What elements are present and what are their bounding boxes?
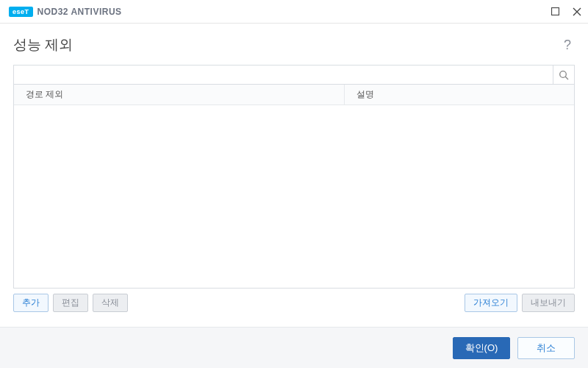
import-button[interactable]: 가져오기: [465, 294, 517, 312]
add-button[interactable]: 추가: [13, 294, 49, 312]
svg-point-1: [560, 71, 567, 77]
exclusions-table: 경로 제외 설명: [13, 85, 575, 289]
column-path-exclusion[interactable]: 경로 제외: [14, 85, 345, 105]
table-body[interactable]: [14, 105, 574, 288]
help-button[interactable]: ?: [560, 38, 575, 53]
titlebar: eseT NOD32 ANTIVIRUS: [0, 0, 588, 24]
search-input[interactable]: [13, 65, 553, 85]
toolbar-right: 가져오기 내보내기: [465, 294, 575, 312]
header-row: 성능 제외 ?: [13, 35, 575, 54]
titlebar-left: eseT NOD32 ANTIVIRUS: [9, 7, 122, 17]
product-name: NOD32 ANTIVIRUS: [37, 7, 122, 17]
help-icon: ?: [564, 38, 571, 52]
close-button[interactable]: [572, 7, 582, 17]
toolbar-left: 추가 편집 삭제: [13, 294, 128, 312]
svg-rect-0: [551, 8, 559, 15]
ok-button[interactable]: 확인(O): [453, 337, 510, 359]
search-button[interactable]: [553, 65, 575, 85]
square-icon: [551, 7, 559, 15]
edit-button[interactable]: 편집: [53, 294, 88, 312]
table-header: 경로 제외 설명: [14, 85, 574, 105]
window-controls: [550, 7, 582, 17]
export-button[interactable]: 내보내기: [522, 294, 575, 312]
eset-logo: eseT: [9, 7, 33, 17]
page-title: 성능 제외: [13, 35, 73, 54]
search-icon: [559, 70, 569, 80]
footer: 확인(O) 취소: [0, 327, 588, 368]
close-icon: [573, 7, 581, 16]
maximize-button[interactable]: [550, 7, 560, 17]
column-description[interactable]: 설명: [345, 88, 574, 101]
cancel-button[interactable]: 취소: [517, 337, 575, 359]
search-row: [13, 65, 575, 85]
table-toolbar: 추가 편집 삭제 가져오기 내보내기: [13, 289, 575, 312]
delete-button[interactable]: 삭제: [93, 294, 128, 312]
content-area: 성능 제외 ? 경로 제외 설명 추가 편집 삭제 가져오기 내보내기: [0, 24, 588, 312]
